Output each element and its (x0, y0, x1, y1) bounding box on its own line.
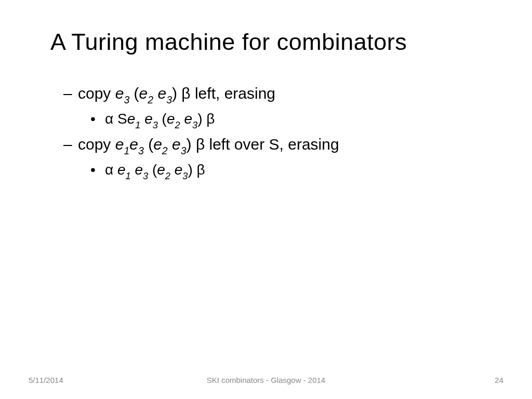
var-e: e (127, 111, 136, 127)
sub-1: 1 (124, 145, 129, 156)
var-e: e (135, 162, 143, 178)
var-e: e (129, 136, 138, 153)
sub-3: 3 (153, 120, 158, 130)
text: ) β (197, 111, 215, 127)
lparen: ( (158, 111, 167, 127)
space (170, 162, 175, 178)
bullet-line-2: α Se1 e3 (e2 e3) β (63, 108, 532, 131)
footer-title: SKI combinators - Glasgow - 2014 (0, 376, 532, 384)
space (168, 136, 172, 153)
lparen: ( (148, 162, 157, 178)
var-e: e (167, 111, 175, 127)
sub-3: 3 (192, 120, 197, 130)
var-e: e (115, 136, 124, 153)
slide-footer: 5/11/2014 SKI combinators - Glasgow - 20… (0, 376, 532, 384)
var-e: e (139, 85, 148, 102)
bullet-line-1: copy e3 (e2 e3) β left, erasing (63, 82, 532, 107)
sub-1: 1 (135, 120, 140, 130)
sub-2: 2 (148, 94, 153, 105)
sub-3: 3 (182, 171, 188, 181)
bullet-line-3: copy e1e3 (e2 e3) β left over S, erasing (63, 132, 532, 157)
var-e: e (175, 162, 183, 178)
text: ) β left, erasing (172, 85, 275, 102)
var-e: e (144, 111, 153, 127)
text: ) β left over S, erasing (187, 136, 339, 153)
space (140, 111, 144, 127)
lparen: ( (144, 136, 153, 153)
var-e: e (157, 162, 165, 178)
text: ) β (188, 162, 205, 178)
footer-date: 5/11/2014 (29, 376, 63, 384)
var-e: e (184, 111, 192, 127)
sub-3: 3 (143, 171, 148, 181)
slide-content: copy e3 (e2 e3) β left, erasing α Se1 e3… (0, 56, 532, 182)
sub-3: 3 (166, 94, 172, 105)
lparen: ( (129, 85, 139, 102)
text: α S (105, 111, 127, 127)
var-e: e (153, 136, 162, 153)
sub-2: 2 (175, 120, 180, 130)
sub-3: 3 (124, 94, 129, 105)
bullet-line-4: α e1 e3 (e2 e3) β (63, 158, 532, 182)
var-e: e (115, 85, 124, 102)
sub-3: 3 (181, 145, 187, 156)
sub-1: 1 (126, 171, 131, 181)
sub-3: 3 (138, 145, 144, 156)
text: copy (78, 85, 115, 102)
text: copy (78, 136, 115, 153)
sub-2: 2 (165, 171, 170, 181)
text: α (105, 162, 117, 178)
var-e: e (157, 85, 166, 102)
slide-title: A Turing machine for combinators (0, 0, 532, 56)
var-e: e (117, 162, 126, 178)
sub-2: 2 (162, 145, 168, 156)
footer-page-number: 24 (495, 376, 503, 384)
var-e: e (172, 136, 181, 153)
